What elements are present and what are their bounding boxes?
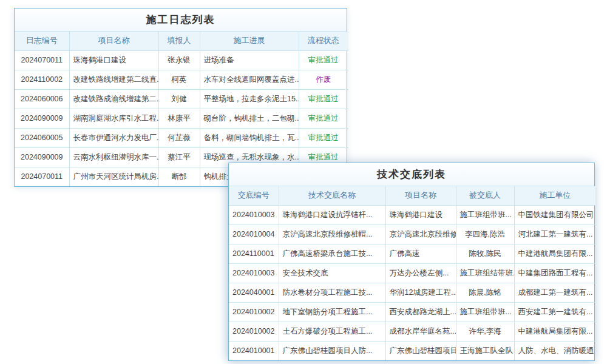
col-header-project: 项目名称 xyxy=(385,186,456,205)
project-link[interactable]: 广佛高速 xyxy=(385,244,456,263)
status-badge: 作废 xyxy=(299,70,348,89)
disclosure-name-link[interactable]: 安全技术交底 xyxy=(279,263,385,283)
unit-cell: 中建港航局集团有限... xyxy=(514,244,595,263)
disclosure-name-link[interactable]: 广东佛山碧桂园项目人防... xyxy=(279,341,385,360)
log-id-link[interactable]: 2024060006 xyxy=(15,89,69,109)
page-background: 施工日志列表 日志编号 项目名称 填报人 施工进展 流程状态 202407001… xyxy=(0,0,607,364)
status-badge: 审批通过 xyxy=(299,128,348,147)
reporter-cell: 断郜 xyxy=(158,167,200,186)
table-row[interactable]: 2024010003 珠海鹤港口建设抗浮锚杆... 珠海鹤港口建设 施工班组带班… xyxy=(229,205,595,224)
project-link[interactable]: 华润12城房建工程... xyxy=(385,283,456,302)
disclosure-name-link[interactable]: 地下室钢筋分项工程施工... xyxy=(279,302,385,322)
col-header-status: 流程状态 xyxy=(299,32,348,50)
table-row[interactable]: 2024010003 安全技术交底 万达办公楼左侧... 施工班组结带班... … xyxy=(229,263,595,283)
col-header-unit: 施工单位 xyxy=(514,186,595,205)
table-row[interactable]: 2024110001 广佛高速桥梁承台施工技... 广佛高速 陈牧,陈民 中建港… xyxy=(229,244,595,263)
project-link[interactable]: 湖南洞庭湖水库引水工程... xyxy=(69,109,158,128)
status-badge: 审批通过 xyxy=(299,109,348,128)
disclosure-id-link[interactable]: 2024010001 xyxy=(229,341,279,360)
project-link[interactable]: 西安成都路龙湖上... xyxy=(385,302,456,322)
disclosure-id-link[interactable]: 2024010003 xyxy=(229,205,279,224)
unit-cell: 中建集团路面工程有... xyxy=(514,263,595,283)
log-id-link[interactable]: 2024110002 xyxy=(15,70,69,89)
project-link[interactable]: 长春市伊通河水力发电厂... xyxy=(69,128,158,147)
disclosure-id-link[interactable]: 2024010004 xyxy=(229,224,279,244)
disclosure-name-link[interactable]: 广佛高速桥梁承台施工技... xyxy=(279,244,385,263)
project-link[interactable]: 广东佛山碧桂园项目 xyxy=(385,341,456,360)
project-link[interactable]: 珠海鹤港口建设 xyxy=(385,205,456,224)
reporter-cell: 何芷薇 xyxy=(158,128,200,147)
table-row[interactable]: 2024060006 改建铁路成渝线增建第二... 刘健 平整场地，拉走多余泥土… xyxy=(15,89,348,109)
col-header-reporter: 填报人 xyxy=(158,32,200,50)
recipients-cell: 陈晨,陈铭 xyxy=(456,283,514,302)
log-id-link[interactable]: 2024070011 xyxy=(15,167,69,186)
unit-cell: 河北建工第一建筑有... xyxy=(514,224,595,244)
table-row[interactable]: 2024040001 防水卷材分项工程施工技... 华润12城房建工程... 陈… xyxy=(229,283,595,302)
status-badge: 审批通过 xyxy=(299,89,348,109)
project-link[interactable]: 广州市天河区统计局机房... xyxy=(69,167,158,186)
unit-cell: 中国铁建集团有限公司 xyxy=(514,205,595,224)
table-row[interactable]: 2024110002 改建铁路线增建第二线直... 柯英 水车对全线遮阳网覆盖点… xyxy=(15,70,348,89)
construction-log-panel: 施工日志列表 日志编号 项目名称 填报人 施工进展 流程状态 202407001… xyxy=(14,8,347,187)
header-row: 交底编号 技术交底名称 项目名称 被交底人 施工单位 xyxy=(229,186,595,205)
log-id-link[interactable]: 2024070011 xyxy=(15,50,69,70)
disclosure-name-link[interactable]: 防水卷材分项工程施工技... xyxy=(279,283,385,302)
progress-cell: 水车对全线遮阳网覆盖点进... xyxy=(200,70,299,89)
table-row[interactable]: 2024010004 京沪高速北京段维修桩帽... 京沪高速北京段维修 李四海,… xyxy=(229,224,595,244)
project-link[interactable]: 云南水利枢纽潜明水库一... xyxy=(69,147,158,167)
log-id-link[interactable]: 2024090009 xyxy=(15,109,69,128)
project-link[interactable]: 改建铁路成渝线增建第二... xyxy=(69,89,158,109)
col-header-disclosure-id: 交底编号 xyxy=(229,186,279,205)
col-header-log-id: 日志编号 xyxy=(15,32,69,50)
progress-cell: 进场准备 xyxy=(200,50,299,70)
project-link[interactable]: 改建铁路线增建第二线直... xyxy=(69,70,158,89)
table-row[interactable]: 2024010002 土石方爆破分项工程施工... 成都水岸华庭名苑... 许华… xyxy=(229,322,595,341)
table-row[interactable]: 2024010002 地下室钢筋分项工程施工... 西安成都路龙湖上... 施工… xyxy=(229,302,595,322)
disclosure-id-link[interactable]: 2024040001 xyxy=(229,283,279,302)
table-row[interactable]: 2024090009 湖南洞庭湖水库引水工程... 林康平 砌台阶，钩机排土，二… xyxy=(15,109,348,128)
recipients-cell: 李四海,陈浩 xyxy=(456,224,514,244)
recipients-cell: 陈牧,陈民 xyxy=(456,244,514,263)
disclosure-name-link[interactable]: 珠海鹤港口建设抗浮锚杆... xyxy=(279,205,385,224)
construction-log-title: 施工日志列表 xyxy=(15,8,347,32)
disclosure-id-link[interactable]: 2024010002 xyxy=(229,322,279,341)
project-link[interactable]: 京沪高速北京段维修 xyxy=(385,224,456,244)
recipients-cell: 施工班组带班... xyxy=(456,205,514,224)
project-link[interactable]: 珠海鹤港口建设 xyxy=(69,50,158,70)
table-row[interactable]: 2024010001 广东佛山碧桂园项目人防... 广东佛山碧桂园项目 王海施工… xyxy=(229,341,595,360)
reporter-cell: 刘健 xyxy=(158,89,200,109)
header-row: 日志编号 项目名称 填报人 施工进展 流程状态 xyxy=(15,32,348,50)
recipients-cell: 施工班组带班... xyxy=(456,302,514,322)
table-row[interactable]: 2024060005 长春市伊通河水力发电厂... 何芷薇 备料，砌间墙钩机排土… xyxy=(15,128,348,147)
reporter-cell: 柯英 xyxy=(158,70,200,89)
col-header-project: 项目名称 xyxy=(69,32,158,50)
disclosure-id-link[interactable]: 2024110001 xyxy=(229,244,279,263)
recipients-cell: 王海施工队全队 xyxy=(456,341,514,360)
col-header-disclosure-name: 技术交底名称 xyxy=(279,186,385,205)
project-link[interactable]: 万达办公楼左侧... xyxy=(385,263,456,283)
reporter-cell: 林康平 xyxy=(158,109,200,128)
disclosure-name-link[interactable]: 京沪高速北京段维修桩帽... xyxy=(279,224,385,244)
col-header-recipients: 被交底人 xyxy=(456,186,514,205)
disclosure-name-link[interactable]: 土石方爆破分项工程施工... xyxy=(279,322,385,341)
recipients-cell: 施工班组结带班... xyxy=(456,263,514,283)
progress-cell: 砌台阶，钩机排土，二包砌... xyxy=(200,109,299,128)
disclosure-id-link[interactable]: 2024010003 xyxy=(229,263,279,283)
reporter-cell: 张永银 xyxy=(158,50,200,70)
unit-cell: 成都建工第一建筑有... xyxy=(514,283,595,302)
project-link[interactable]: 成都水岸华庭名苑... xyxy=(385,322,456,341)
disclosure-id-link[interactable]: 2024010002 xyxy=(229,302,279,322)
unit-cell: 西安建工第一建筑有... xyxy=(514,302,595,322)
progress-cell: 平整场地，拉走多余泥土15... xyxy=(200,89,299,109)
technical-disclosure-title: 技术交底列表 xyxy=(229,163,594,186)
reporter-cell: 蔡江平 xyxy=(158,147,200,167)
table-row[interactable]: 2024070011 珠海鹤港口建设 张永银 进场准备 审批通过 xyxy=(15,50,348,70)
technical-disclosure-panel: 技术交底列表 交底编号 技术交底名称 项目名称 被交底人 施工单位 202401… xyxy=(228,163,595,361)
col-header-progress: 施工进展 xyxy=(200,32,299,50)
progress-cell: 备料，砌间墙钩机排土，瓦... xyxy=(200,128,299,147)
technical-disclosure-table: 交底编号 技术交底名称 项目名称 被交底人 施工单位 2024010003 珠海… xyxy=(229,186,595,360)
log-id-link[interactable]: 2024090009 xyxy=(15,147,69,167)
unit-cell: 人防、水电、消防暖通 xyxy=(514,341,595,360)
status-badge: 审批通过 xyxy=(299,50,348,70)
log-id-link[interactable]: 2024060005 xyxy=(15,128,69,147)
